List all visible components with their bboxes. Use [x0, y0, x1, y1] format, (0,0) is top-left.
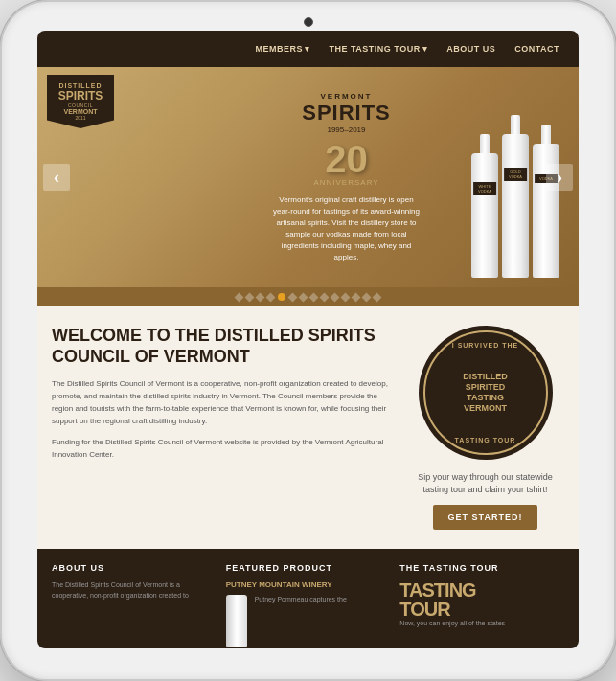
main-content: WELCOME TO THE DISTILLED SPIRITS COUNCIL… — [37, 306, 579, 549]
dot-3[interactable] — [266, 292, 276, 302]
hero-arrow-left[interactable]: ‹ — [43, 164, 70, 191]
bottle-3: VODKA — [533, 125, 559, 278]
footer-tasting-tour: THE TASTING TOUR TASTING TOUR Now, you c… — [399, 563, 564, 647]
hero-description: Vermont's original craft distillery is o… — [270, 194, 423, 263]
footer-about-us: ABOUT US The Distilled Spirits Council o… — [52, 563, 217, 647]
nav-links: MEMBERS ▾ THE TASTING TOUR ▾ ABOUT US CO… — [245, 44, 569, 54]
footer-product-area: Putney Pommeau captures the — [226, 595, 391, 647]
dot-12[interactable] — [362, 292, 372, 302]
camera — [304, 17, 313, 27]
nav-item-contact[interactable]: CONTACT — [505, 44, 569, 54]
dot-0[interactable] — [235, 292, 244, 302]
anniversary-text: ANNIVERSARY — [313, 178, 378, 187]
anniversary-number: 20 — [325, 140, 368, 178]
survived-badge: I SURVIVED THE DISTILLED SPIRITED TASTIN… — [419, 326, 553, 460]
footer-bottle — [226, 595, 247, 647]
dot-9[interactable] — [331, 292, 340, 302]
content-left: WELCOME TO THE DISTILLED SPIRITS COUNCIL… — [52, 326, 392, 530]
nav-item-about-us[interactable]: ABOUT US — [437, 44, 505, 54]
dot-7[interactable] — [309, 292, 319, 302]
device-frame: MEMBERS ▾ THE TASTING TOUR ▾ ABOUT US CO… — [0, 0, 616, 681]
dropdown-icon: ▾ — [305, 44, 310, 54]
survived-arc-top: I SURVIVED THE — [452, 342, 519, 349]
screen: MEMBERS ▾ THE TASTING TOUR ▾ ABOUT US CO… — [37, 31, 579, 648]
dot-6[interactable] — [299, 292, 308, 302]
dot-11[interactable] — [352, 292, 361, 302]
content-right: I SURVIVED THE DISTILLED SPIRITED TASTIN… — [406, 326, 564, 530]
dot-13[interactable] — [373, 292, 382, 302]
dot-5[interactable] — [288, 292, 298, 302]
dot-1[interactable] — [245, 292, 255, 302]
dot-8[interactable] — [320, 292, 330, 302]
survived-main-text: DISTILLED SPIRITED TASTING VERMONT — [453, 372, 517, 413]
badge-caption: Sip your way through our statewide tasti… — [406, 471, 564, 495]
pagination — [37, 287, 579, 306]
tasting-tour-logo: TASTING TOUR — [399, 580, 564, 619]
badge-ribbon: DISTILLED SPIRITS COUNCIL VERMONT 2011 — [47, 75, 114, 128]
funding-text: Funding for the Distilled Spirits Counci… — [52, 437, 392, 462]
nav-item-tasting-tour[interactable]: THE TASTING TOUR ▾ — [320, 44, 438, 54]
get-started-button[interactable]: GET STARTED! — [433, 505, 538, 530]
bottle-2: GOLDVODKA — [502, 115, 529, 278]
dot-2[interactable] — [256, 292, 265, 302]
survived-inner: I SURVIVED THE DISTILLED SPIRITED TASTIN… — [423, 330, 548, 455]
bottle-1: WHITEVODKA — [471, 134, 498, 278]
dropdown-icon: ▾ — [422, 44, 428, 54]
dot-4-active[interactable] — [278, 293, 285, 301]
body-text: The Distilled Spirits Council of Vermont… — [52, 378, 392, 427]
vermont-spirits-logo: VERMONT SPIRITS 1995–2019 — [302, 92, 391, 134]
footer-featured-product: FEATURED PRODUCT PUTNEY MOUNTAIN WINERY … — [226, 563, 391, 647]
hero-section: DISTILLED SPIRITS COUNCIL VERMONT 2011 V… — [37, 67, 579, 287]
footer: ABOUT US The Distilled Spirits Council o… — [37, 549, 579, 648]
survived-arc-bottom: TASTING TOUR — [455, 437, 516, 443]
hero-arrow-right[interactable]: › — [546, 164, 573, 191]
dot-10[interactable] — [341, 292, 351, 302]
nav-item-members[interactable]: MEMBERS ▾ — [245, 44, 319, 54]
welcome-title: WELCOME TO THE DISTILLED SPIRITS COUNCIL… — [52, 326, 392, 367]
navbar: MEMBERS ▾ THE TASTING TOUR ▾ ABOUT US CO… — [37, 31, 579, 67]
